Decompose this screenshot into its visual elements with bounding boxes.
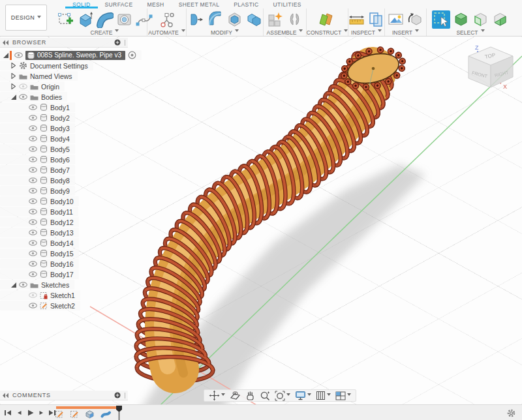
- expander-expanded-icon[interactable]: [10, 95, 16, 100]
- tree-item-body[interactable]: Body1: [0, 102, 75, 112]
- press-pull-icon[interactable]: [187, 10, 205, 29]
- zoom-button[interactable]: [260, 391, 270, 401]
- visibility-eye-icon[interactable]: [29, 219, 37, 225]
- combine-icon[interactable]: [245, 10, 264, 29]
- visibility-eye-icon[interactable]: [19, 282, 27, 288]
- construct-plane-icon[interactable]: [318, 10, 337, 29]
- fit-button[interactable]: [275, 391, 290, 401]
- select-face-icon[interactable]: [471, 10, 489, 29]
- measure-icon[interactable]: [348, 10, 366, 29]
- visibility-eye-icon[interactable]: [29, 261, 37, 267]
- caret-down-icon[interactable]: [307, 393, 311, 398]
- visibility-eye-icon[interactable]: [29, 188, 37, 194]
- timeline-pipe-feature[interactable]: [100, 410, 111, 419]
- panel-edge-handle[interactable]: [125, 40, 125, 46]
- group-label-construct[interactable]: CONSTRUCT: [307, 29, 348, 36]
- tree-item-body[interactable]: Body10: [0, 196, 79, 206]
- tree-item-bodies[interactable]: Bodies: [0, 92, 67, 102]
- timeline-playhead[interactable]: [115, 405, 123, 420]
- visibility-eye-icon[interactable]: [29, 209, 37, 215]
- tree-item-body[interactable]: Body9: [0, 186, 75, 196]
- automate-icon[interactable]: [158, 10, 176, 29]
- tree-item-body[interactable]: Body17: [0, 269, 79, 279]
- tab-surface[interactable]: SURFACE: [98, 0, 140, 8]
- visibility-eye-icon[interactable]: [29, 230, 37, 235]
- tree-item-document-settings[interactable]: Document Settings: [0, 61, 93, 70]
- section-analysis-icon[interactable]: [367, 10, 386, 29]
- look-at-button[interactable]: [230, 391, 241, 400]
- create-sketch-icon[interactable]: [57, 10, 75, 29]
- group-label-assemble[interactable]: ASSEMBLE: [267, 29, 303, 36]
- insert-image-icon[interactable]: [387, 10, 405, 29]
- select-component-icon[interactable]: [491, 10, 509, 29]
- tree-item-body[interactable]: Body12: [0, 217, 79, 227]
- root-document-pill[interactable]: 008S Spline. Sweep. Pipe v3: [25, 51, 125, 60]
- grid-snaps-button[interactable]: [316, 391, 331, 400]
- tree-item-body[interactable]: Body16: [0, 259, 79, 269]
- tree-item-sketches[interactable]: Sketches: [0, 280, 74, 290]
- tab-solid[interactable]: SOLID: [65, 0, 98, 8]
- visibility-eye-icon[interactable]: [29, 250, 37, 256]
- tree-item-sketch2[interactable]: Sketch2: [0, 301, 80, 310]
- expander-expanded-icon[interactable]: [3, 53, 8, 58]
- visibility-eye-off-icon[interactable]: [29, 292, 37, 298]
- visibility-eye-off-icon[interactable]: [19, 83, 27, 89]
- joint-icon[interactable]: [286, 10, 304, 29]
- view-cube[interactable]: Z X TOP FRONT RIGHT: [449, 38, 522, 103]
- visibility-eye-icon[interactable]: [29, 303, 37, 308]
- group-label-select[interactable]: SELECT: [456, 29, 484, 36]
- viewports-button[interactable]: [335, 391, 351, 400]
- tree-item-body[interactable]: Body15: [0, 248, 79, 258]
- shell-icon[interactable]: [226, 10, 244, 29]
- collapse-panel-icon[interactable]: [3, 40, 9, 46]
- tree-item-body[interactable]: Body11: [0, 207, 78, 217]
- expander-collapsed-icon[interactable]: [10, 63, 16, 68]
- tree-item-body[interactable]: Body7: [0, 165, 75, 175]
- visibility-eye-icon[interactable]: [29, 198, 37, 204]
- tree-item-body[interactable]: Body6: [0, 155, 75, 164]
- timeline-sketch2-feature[interactable]: [70, 410, 79, 419]
- step-back-button[interactable]: [15, 409, 23, 417]
- tree-item-body[interactable]: Body5: [0, 144, 75, 154]
- design-workspace-dropdown[interactable]: DESIGN: [5, 5, 47, 31]
- visibility-eye-icon[interactable]: [29, 177, 37, 183]
- tree-item-body[interactable]: Body8: [0, 175, 75, 185]
- tree-item-origin[interactable]: Origin: [0, 82, 65, 91]
- activate-component-radio-icon[interactable]: [128, 51, 136, 59]
- visibility-eye-icon[interactable]: [29, 115, 37, 121]
- tree-item-body[interactable]: Body2: [0, 113, 75, 123]
- orbit-button[interactable]: [209, 390, 225, 401]
- go-to-start-button[interactable]: [4, 409, 12, 417]
- tab-utilities[interactable]: UTILITIES: [266, 0, 309, 8]
- tree-item-sketch1[interactable]: Sketch1: [0, 290, 80, 300]
- visibility-eye-icon[interactable]: [29, 157, 37, 162]
- visibility-eye-icon[interactable]: [19, 94, 27, 100]
- pan-button[interactable]: [245, 391, 255, 401]
- tree-item-body[interactable]: Body4: [0, 134, 75, 143]
- new-component-icon[interactable]: [266, 10, 284, 29]
- timeline-settings-gear-icon[interactable]: [507, 409, 515, 417]
- tree-item-body[interactable]: Body3: [0, 123, 75, 133]
- visibility-eye-icon[interactable]: [29, 136, 37, 142]
- comments-header[interactable]: COMMENTS: [0, 391, 128, 400]
- visibility-eye-icon[interactable]: [29, 167, 37, 173]
- expander-collapsed-icon[interactable]: [10, 83, 16, 89]
- caret-down-icon[interactable]: [347, 393, 351, 398]
- caret-down-icon[interactable]: [221, 393, 225, 398]
- visibility-eye-icon[interactable]: [29, 240, 37, 246]
- tab-mesh[interactable]: MESH: [140, 0, 171, 8]
- expander-collapsed-icon[interactable]: [10, 73, 16, 79]
- add-comment-icon[interactable]: [114, 392, 121, 398]
- extrude-icon[interactable]: [76, 10, 95, 29]
- sweep-icon[interactable]: [96, 10, 114, 29]
- tree-root-document[interactable]: 008S Spline. Sweep. Pipe v3: [0, 50, 142, 60]
- group-label-insert[interactable]: INSERT: [392, 29, 419, 36]
- visibility-eye-icon[interactable]: [29, 271, 37, 277]
- group-label-inspect[interactable]: INSPECT: [351, 29, 382, 36]
- tree-item-named-views[interactable]: Named Views: [0, 71, 78, 81]
- browser-header[interactable]: BROWSER: [0, 38, 128, 48]
- panel-edge-handle[interactable]: [125, 393, 125, 398]
- tab-plastic[interactable]: PLASTIC: [226, 0, 266, 8]
- select-tool-active-icon[interactable]: [432, 10, 450, 29]
- visibility-eye-icon[interactable]: [29, 146, 37, 152]
